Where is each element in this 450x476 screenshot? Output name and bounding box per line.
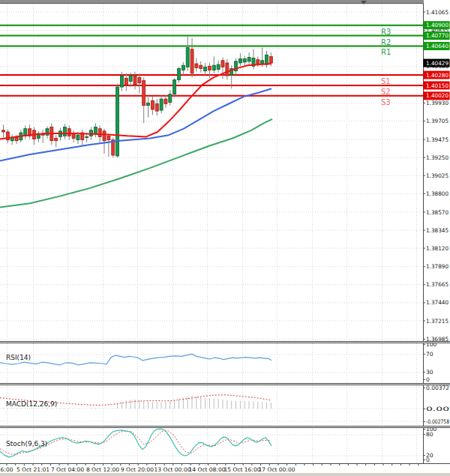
stoch-indicator-panel[interactable]: 10080200 (0, 428, 450, 463)
candle[interactable] (55, 139, 58, 141)
time-axis-label: 6:00 (1, 466, 14, 473)
axis-tick-label: 1.39250 (426, 154, 448, 161)
price-badge: 1.40280 (424, 70, 450, 79)
trading-chart-window: R3R2R1S1S2S31.410651.408351.406101.40385… (0, 0, 450, 476)
window-bottom-border (0, 473, 450, 476)
rsi-label: RSI(14) (6, 354, 31, 361)
candle[interactable] (129, 76, 132, 81)
axis-tick-label: 1.38120 (426, 245, 448, 252)
candle[interactable] (160, 99, 163, 110)
candle[interactable] (238, 59, 242, 63)
pivot-label-r1: R1 (381, 48, 391, 56)
axis-tick-label: 100 (426, 343, 437, 348)
candle[interactable] (90, 130, 93, 136)
axis-tick-label: 0 (426, 457, 430, 463)
candle[interactable] (248, 57, 250, 61)
candle[interactable] (107, 136, 110, 139)
price-badge: 1.40770 (424, 31, 450, 40)
candle[interactable] (142, 80, 146, 105)
axis-tick-label: 70 (426, 351, 434, 358)
candle[interactable] (134, 76, 136, 85)
candle[interactable] (98, 129, 101, 137)
stoch-label: Stoch(9,6,3) (6, 440, 47, 448)
pivot-label-s2: S2 (381, 88, 391, 96)
candle[interactable] (178, 68, 181, 79)
candle[interactable] (76, 135, 80, 139)
pivot-label-s3: S3 (381, 98, 391, 106)
candle[interactable] (155, 104, 158, 112)
rsi-line (0, 354, 272, 364)
candle[interactable] (256, 60, 260, 64)
badge-text: 1.40900 (426, 22, 448, 28)
candle[interactable] (190, 49, 194, 73)
badge-text: 1.40640 (426, 43, 448, 49)
candle[interactable] (68, 129, 70, 136)
macd-indicator-panel[interactable]: 0.003720.00-0.002758 (0, 385, 450, 426)
candle[interactable] (169, 94, 172, 103)
candle[interactable] (217, 64, 220, 69)
macd-label: MACD(12,26,9) (6, 400, 57, 408)
main-price-chart[interactable]: R3R2R1S1S2S31.410651.408351.406101.40385… (0, 4, 450, 341)
candle[interactable] (212, 65, 215, 70)
candle[interactable] (2, 130, 5, 132)
candle[interactable] (120, 76, 123, 87)
candle[interactable] (116, 87, 119, 156)
badge-text: 1.40020 (426, 92, 448, 99)
current-price-badge: 1.40429 (424, 59, 450, 67)
axis-tick-label: 1.37665 (426, 281, 448, 288)
candle[interactable] (138, 77, 141, 82)
candle[interactable] (226, 63, 229, 76)
price-badge: 1.40640 (424, 42, 450, 50)
candle[interactable] (200, 65, 202, 68)
candle[interactable] (261, 61, 264, 64)
time-axis-label: 5 Oct 21:01 (16, 466, 50, 473)
candle[interactable] (204, 67, 207, 70)
candle[interactable] (147, 103, 150, 105)
axis-tick-label: 1.38570 (426, 209, 448, 216)
rsi-indicator-panel[interactable]: 10070300 (0, 343, 450, 383)
candle[interactable] (63, 127, 66, 136)
candle[interactable] (151, 100, 154, 109)
badge-text: 1.40280 (426, 72, 448, 79)
axis-tick-label: 1.39025 (426, 172, 448, 179)
time-axis-label: 7 Oct 04:00 (51, 466, 84, 473)
candle[interactable] (173, 79, 176, 94)
pivot-label-r2: R2 (381, 38, 391, 46)
time-axis-label: 8 Oct 12:00 (86, 466, 119, 473)
axis-tick-label: 1.36985 (426, 336, 448, 341)
axis-tick-label: 80 (426, 431, 434, 438)
candle[interactable] (269, 56, 272, 63)
pivot-label-r3: R3 (381, 28, 391, 36)
axis-tick-label: 0 (426, 376, 430, 383)
candle[interactable] (266, 55, 268, 64)
axis-tick-label: 30 (426, 369, 434, 376)
candle[interactable] (164, 99, 167, 103)
axis-tick-label: 0.00 (426, 406, 449, 412)
price-badge: 1.40150 (424, 81, 450, 89)
time-axis-label: 14 Oct 08:00 (189, 466, 226, 473)
candle[interactable] (15, 137, 18, 140)
pivot-label-s1: S1 (381, 77, 391, 85)
candle[interactable] (243, 59, 246, 62)
time-axis-label: 15 Oct 16:00 (224, 466, 261, 473)
axis-tick-label: 0.00372 (426, 385, 449, 391)
candle[interactable] (221, 61, 224, 67)
candle[interactable] (186, 48, 189, 67)
candle[interactable] (124, 78, 128, 85)
candle[interactable] (94, 127, 97, 134)
time-axis-label: 17 Oct 00:00 (259, 466, 296, 473)
axis-tick-label: -0.002758 (426, 418, 449, 425)
axis-tick-label: 1.37440 (426, 299, 448, 306)
candle[interactable] (86, 136, 88, 137)
axis-tick-label: 1.38800 (426, 190, 448, 197)
axis-tick-label: 1.37215 (426, 318, 448, 325)
candle[interactable] (182, 65, 184, 70)
ma-mid-blue (0, 88, 272, 160)
time-axis[interactable]: 6:005 Oct 21:017 Oct 04:008 Oct 12:009 O… (0, 463, 450, 473)
candle[interactable] (103, 131, 106, 141)
candle[interactable] (208, 66, 211, 70)
candle[interactable] (195, 64, 198, 67)
axis-tick-label: 1.39475 (426, 136, 448, 143)
axis-tick-label: 1.39705 (426, 118, 448, 124)
badge-text: 1.40150 (426, 82, 448, 89)
